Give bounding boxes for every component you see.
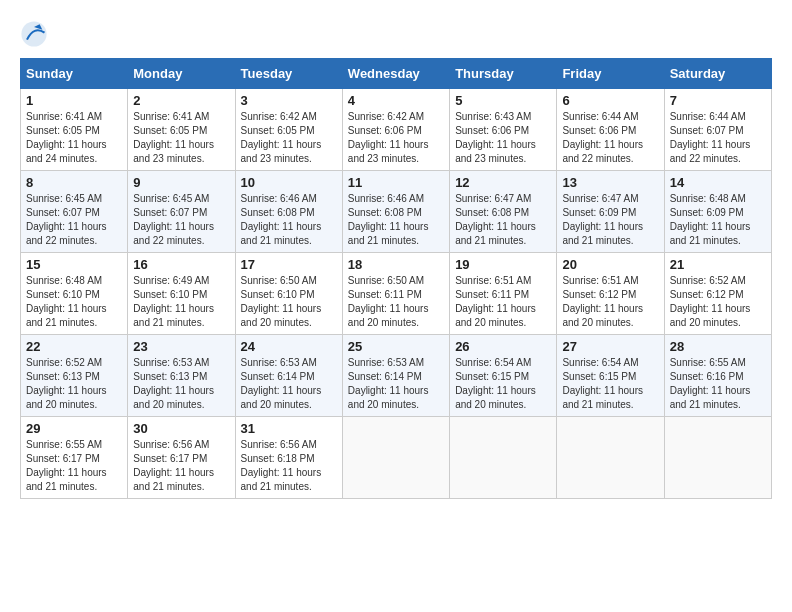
calendar-cell: 27 Sunrise: 6:54 AMSunset: 6:15 PMDaylig… (557, 335, 664, 417)
calendar-cell: 13 Sunrise: 6:47 AMSunset: 6:09 PMDaylig… (557, 171, 664, 253)
calendar-cell: 2 Sunrise: 6:41 AMSunset: 6:05 PMDayligh… (128, 89, 235, 171)
day-detail: Sunrise: 6:48 AMSunset: 6:09 PMDaylight:… (670, 192, 766, 248)
day-detail: Sunrise: 6:54 AMSunset: 6:15 PMDaylight:… (455, 356, 551, 412)
day-number: 12 (455, 175, 551, 190)
calendar-cell: 28 Sunrise: 6:55 AMSunset: 6:16 PMDaylig… (664, 335, 771, 417)
day-number: 14 (670, 175, 766, 190)
week-row-5: 29 Sunrise: 6:55 AMSunset: 6:17 PMDaylig… (21, 417, 772, 499)
calendar-cell: 9 Sunrise: 6:45 AMSunset: 6:07 PMDayligh… (128, 171, 235, 253)
day-detail: Sunrise: 6:43 AMSunset: 6:06 PMDaylight:… (455, 110, 551, 166)
calendar-cell: 31 Sunrise: 6:56 AMSunset: 6:18 PMDaylig… (235, 417, 342, 499)
day-number: 6 (562, 93, 658, 108)
calendar-cell: 24 Sunrise: 6:53 AMSunset: 6:14 PMDaylig… (235, 335, 342, 417)
day-detail: Sunrise: 6:41 AMSunset: 6:05 PMDaylight:… (133, 110, 229, 166)
day-detail: Sunrise: 6:46 AMSunset: 6:08 PMDaylight:… (241, 192, 337, 248)
day-detail: Sunrise: 6:46 AMSunset: 6:08 PMDaylight:… (348, 192, 444, 248)
day-number: 29 (26, 421, 122, 436)
day-detail: Sunrise: 6:51 AMSunset: 6:12 PMDaylight:… (562, 274, 658, 330)
day-detail: Sunrise: 6:56 AMSunset: 6:17 PMDaylight:… (133, 438, 229, 494)
calendar-cell: 20 Sunrise: 6:51 AMSunset: 6:12 PMDaylig… (557, 253, 664, 335)
day-detail: Sunrise: 6:50 AMSunset: 6:10 PMDaylight:… (241, 274, 337, 330)
day-detail: Sunrise: 6:53 AMSunset: 6:14 PMDaylight:… (348, 356, 444, 412)
day-number: 24 (241, 339, 337, 354)
day-number: 31 (241, 421, 337, 436)
calendar-cell (342, 417, 449, 499)
day-number: 20 (562, 257, 658, 272)
calendar-cell (664, 417, 771, 499)
logo (20, 20, 50, 48)
calendar-cell: 15 Sunrise: 6:48 AMSunset: 6:10 PMDaylig… (21, 253, 128, 335)
calendar-cell (450, 417, 557, 499)
week-row-2: 8 Sunrise: 6:45 AMSunset: 6:07 PMDayligh… (21, 171, 772, 253)
day-number: 13 (562, 175, 658, 190)
day-detail: Sunrise: 6:56 AMSunset: 6:18 PMDaylight:… (241, 438, 337, 494)
day-number: 26 (455, 339, 551, 354)
calendar-cell: 5 Sunrise: 6:43 AMSunset: 6:06 PMDayligh… (450, 89, 557, 171)
col-header-friday: Friday (557, 59, 664, 89)
week-row-3: 15 Sunrise: 6:48 AMSunset: 6:10 PMDaylig… (21, 253, 772, 335)
day-number: 27 (562, 339, 658, 354)
day-detail: Sunrise: 6:53 AMSunset: 6:14 PMDaylight:… (241, 356, 337, 412)
day-number: 4 (348, 93, 444, 108)
day-detail: Sunrise: 6:52 AMSunset: 6:13 PMDaylight:… (26, 356, 122, 412)
day-number: 2 (133, 93, 229, 108)
day-detail: Sunrise: 6:41 AMSunset: 6:05 PMDaylight:… (26, 110, 122, 166)
calendar-cell: 12 Sunrise: 6:47 AMSunset: 6:08 PMDaylig… (450, 171, 557, 253)
day-detail: Sunrise: 6:53 AMSunset: 6:13 PMDaylight:… (133, 356, 229, 412)
day-detail: Sunrise: 6:51 AMSunset: 6:11 PMDaylight:… (455, 274, 551, 330)
calendar-cell: 7 Sunrise: 6:44 AMSunset: 6:07 PMDayligh… (664, 89, 771, 171)
col-header-saturday: Saturday (664, 59, 771, 89)
col-header-wednesday: Wednesday (342, 59, 449, 89)
week-row-1: 1 Sunrise: 6:41 AMSunset: 6:05 PMDayligh… (21, 89, 772, 171)
day-detail: Sunrise: 6:44 AMSunset: 6:07 PMDaylight:… (670, 110, 766, 166)
calendar-cell: 17 Sunrise: 6:50 AMSunset: 6:10 PMDaylig… (235, 253, 342, 335)
calendar-cell: 4 Sunrise: 6:42 AMSunset: 6:06 PMDayligh… (342, 89, 449, 171)
calendar-cell: 10 Sunrise: 6:46 AMSunset: 6:08 PMDaylig… (235, 171, 342, 253)
day-detail: Sunrise: 6:42 AMSunset: 6:05 PMDaylight:… (241, 110, 337, 166)
day-detail: Sunrise: 6:48 AMSunset: 6:10 PMDaylight:… (26, 274, 122, 330)
logo-icon (20, 20, 48, 48)
day-number: 28 (670, 339, 766, 354)
page-header (20, 20, 772, 48)
calendar-cell: 16 Sunrise: 6:49 AMSunset: 6:10 PMDaylig… (128, 253, 235, 335)
calendar-cell: 8 Sunrise: 6:45 AMSunset: 6:07 PMDayligh… (21, 171, 128, 253)
calendar-cell: 25 Sunrise: 6:53 AMSunset: 6:14 PMDaylig… (342, 335, 449, 417)
day-number: 16 (133, 257, 229, 272)
day-number: 8 (26, 175, 122, 190)
day-detail: Sunrise: 6:49 AMSunset: 6:10 PMDaylight:… (133, 274, 229, 330)
day-detail: Sunrise: 6:50 AMSunset: 6:11 PMDaylight:… (348, 274, 444, 330)
calendar-cell: 30 Sunrise: 6:56 AMSunset: 6:17 PMDaylig… (128, 417, 235, 499)
day-detail: Sunrise: 6:54 AMSunset: 6:15 PMDaylight:… (562, 356, 658, 412)
day-detail: Sunrise: 6:47 AMSunset: 6:08 PMDaylight:… (455, 192, 551, 248)
day-detail: Sunrise: 6:45 AMSunset: 6:07 PMDaylight:… (133, 192, 229, 248)
col-header-sunday: Sunday (21, 59, 128, 89)
calendar-cell: 18 Sunrise: 6:50 AMSunset: 6:11 PMDaylig… (342, 253, 449, 335)
calendar-cell: 6 Sunrise: 6:44 AMSunset: 6:06 PMDayligh… (557, 89, 664, 171)
svg-point-0 (21, 21, 46, 46)
calendar-cell: 11 Sunrise: 6:46 AMSunset: 6:08 PMDaylig… (342, 171, 449, 253)
calendar-cell: 21 Sunrise: 6:52 AMSunset: 6:12 PMDaylig… (664, 253, 771, 335)
day-number: 9 (133, 175, 229, 190)
day-number: 17 (241, 257, 337, 272)
calendar-cell: 29 Sunrise: 6:55 AMSunset: 6:17 PMDaylig… (21, 417, 128, 499)
calendar-cell: 1 Sunrise: 6:41 AMSunset: 6:05 PMDayligh… (21, 89, 128, 171)
calendar-cell: 23 Sunrise: 6:53 AMSunset: 6:13 PMDaylig… (128, 335, 235, 417)
week-row-4: 22 Sunrise: 6:52 AMSunset: 6:13 PMDaylig… (21, 335, 772, 417)
col-header-tuesday: Tuesday (235, 59, 342, 89)
calendar-cell (557, 417, 664, 499)
day-number: 22 (26, 339, 122, 354)
day-number: 19 (455, 257, 551, 272)
day-number: 21 (670, 257, 766, 272)
calendar-table: SundayMondayTuesdayWednesdayThursdayFrid… (20, 58, 772, 499)
calendar-cell: 26 Sunrise: 6:54 AMSunset: 6:15 PMDaylig… (450, 335, 557, 417)
day-number: 5 (455, 93, 551, 108)
col-header-monday: Monday (128, 59, 235, 89)
col-header-thursday: Thursday (450, 59, 557, 89)
day-number: 25 (348, 339, 444, 354)
calendar-cell: 3 Sunrise: 6:42 AMSunset: 6:05 PMDayligh… (235, 89, 342, 171)
day-number: 15 (26, 257, 122, 272)
calendar-cell: 22 Sunrise: 6:52 AMSunset: 6:13 PMDaylig… (21, 335, 128, 417)
day-number: 7 (670, 93, 766, 108)
day-detail: Sunrise: 6:52 AMSunset: 6:12 PMDaylight:… (670, 274, 766, 330)
day-number: 11 (348, 175, 444, 190)
